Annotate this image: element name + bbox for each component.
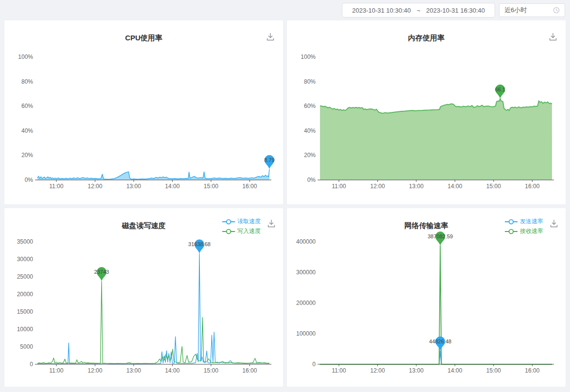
series-line-CPU使用率 xyxy=(37,169,269,179)
x-axis-tick-label: 15:00 xyxy=(486,183,501,190)
y-axis-tick-label: 25000 xyxy=(17,273,34,280)
y-axis-tick-label: 15000 xyxy=(17,308,34,315)
y-axis-tick-label: 5000 xyxy=(20,343,33,350)
y-axis-tick-label: 0% xyxy=(25,177,34,183)
legend-item-read-speed[interactable]: 读取速度 xyxy=(222,217,261,226)
y-axis-tick-label: 300000 xyxy=(296,269,316,276)
max-marker-pin: 44826.48 xyxy=(429,337,451,351)
max-marker-pin: 8.79 xyxy=(264,155,274,169)
x-axis-tick-label: 16:00 xyxy=(242,183,257,190)
date-range-end: 2023-10-31 16:30:40 xyxy=(426,7,485,14)
max-marker-label: 44826.48 xyxy=(429,339,451,344)
max-marker-label: 31638.68 xyxy=(188,241,211,247)
x-axis-tick-label: 12:00 xyxy=(88,367,102,374)
legend-label: 读取速度 xyxy=(237,217,261,226)
series-line-接收速率 xyxy=(320,246,552,364)
download-button[interactable] xyxy=(266,32,275,42)
max-marker-pin: 23743 xyxy=(94,267,109,281)
x-axis-tick-label: 11:00 xyxy=(332,183,346,190)
cpu-usage-card: CPU使用率 0%20%40%60%80%100%11:0012:0013:00… xyxy=(4,20,283,204)
download-icon xyxy=(267,219,276,229)
y-axis-tick-label: 20000 xyxy=(17,291,34,298)
download-button[interactable] xyxy=(549,219,559,229)
x-axis-tick-label: 16:00 xyxy=(242,367,257,374)
legend-item-send-rate[interactable]: 发送速率 xyxy=(505,217,543,226)
y-axis-tick-label: 100% xyxy=(18,53,33,60)
legend-label: 发送速率 xyxy=(520,217,543,226)
date-range-separator: ~ xyxy=(417,7,421,14)
y-axis-tick-label: 60% xyxy=(304,103,316,109)
max-marker-label: 66.1 xyxy=(495,87,505,92)
y-axis-tick-label: 20% xyxy=(304,152,316,159)
y-axis-tick-label: 100000 xyxy=(296,330,316,337)
legend-line-circle-icon xyxy=(505,219,517,225)
max-marker-pin: 387082.59 xyxy=(428,232,453,246)
series-line-发送速率 xyxy=(320,351,552,364)
memory-usage-card: 内存使用率 0%20%40%60%80%100%11:0012:0013:001… xyxy=(287,20,566,204)
x-axis-tick-label: 11:00 xyxy=(49,183,63,190)
y-axis-tick-label: 40% xyxy=(21,127,33,134)
max-marker-pin: 66.1 xyxy=(495,85,505,99)
y-axis-tick-label: 60% xyxy=(21,103,33,109)
x-axis-tick-label: 12:00 xyxy=(88,183,102,190)
download-icon xyxy=(549,219,559,229)
x-axis-tick-label: 15:00 xyxy=(204,183,218,190)
x-axis-tick-label: 13:00 xyxy=(126,367,141,374)
cpu-usage-chart: 0%20%40%60%80%100%11:0012:0013:0014:0015… xyxy=(4,49,283,199)
max-marker-label: 387082.59 xyxy=(428,233,453,239)
download-icon xyxy=(266,32,275,42)
y-axis-tick-label: 10000 xyxy=(17,326,34,333)
max-marker-label: 23743 xyxy=(94,269,109,275)
x-axis-tick-label: 14:00 xyxy=(165,183,179,190)
download-button[interactable] xyxy=(548,32,558,42)
x-axis-tick-label: 14:00 xyxy=(165,367,179,374)
clock-icon xyxy=(553,7,560,14)
x-axis-tick-label: 11:00 xyxy=(332,367,346,374)
cpu-chart-title: CPU使用率 xyxy=(4,20,283,43)
y-axis-tick-label: 80% xyxy=(304,78,316,85)
disk-io-chart: 0500010000150002000025000300003500011:00… xyxy=(4,228,283,386)
download-button[interactable] xyxy=(267,219,276,229)
x-axis-tick-label: 16:00 xyxy=(525,183,539,190)
x-axis-tick-label: 16:00 xyxy=(525,367,539,374)
x-axis-tick-label: 12:00 xyxy=(370,367,385,374)
x-axis-tick-label: 15:00 xyxy=(486,367,501,374)
y-axis-tick-label: 20% xyxy=(21,152,33,159)
series-line-写入速度 xyxy=(37,281,269,363)
x-axis-tick-label: 14:00 xyxy=(447,183,462,190)
date-range-picker[interactable]: 2023-10-31 10:30:40 ~ 2023-10-31 16:30:4… xyxy=(342,3,495,18)
network-rate-chart: 010000020000030000040000011:0012:0013:00… xyxy=(287,228,566,386)
time-preset-select[interactable]: 近6小时 xyxy=(499,3,565,17)
date-range-start: 2023-10-31 10:30:40 xyxy=(352,7,411,14)
x-axis-tick-label: 13:00 xyxy=(409,183,424,190)
y-axis-tick-label: 100% xyxy=(301,53,316,60)
x-axis-tick-label: 11:00 xyxy=(49,367,63,374)
y-axis-tick-label: 30000 xyxy=(17,256,34,263)
x-axis-tick-label: 12:00 xyxy=(370,183,385,190)
x-axis-tick-label: 13:00 xyxy=(126,183,141,190)
dashboard-grid: CPU使用率 0%20%40%60%80%100%11:0012:0013:00… xyxy=(0,20,570,387)
network-rate-card: 网络传输速率 发送速率 接收速率 010 xyxy=(287,208,566,387)
y-axis-tick-label: 35000 xyxy=(17,238,34,245)
x-axis-tick-label: 13:00 xyxy=(409,367,424,374)
max-marker-label: 8.79 xyxy=(264,157,274,163)
y-axis-tick-label: 0 xyxy=(312,361,316,368)
memory-chart-title: 内存使用率 xyxy=(287,20,566,43)
disk-io-card: 磁盘读写速度 读取速度 写入速度 050 xyxy=(4,208,283,387)
y-axis-tick-label: 80% xyxy=(21,78,33,85)
legend-line-circle-icon xyxy=(222,219,235,225)
time-preset-value: 近6小时 xyxy=(504,6,527,15)
y-axis-tick-label: 0% xyxy=(307,177,316,183)
x-axis-tick-label: 14:00 xyxy=(447,367,462,374)
download-icon xyxy=(548,32,558,42)
y-axis-tick-label: 200000 xyxy=(296,300,316,306)
toolbar: 2023-10-31 10:30:40 ~ 2023-10-31 16:30:4… xyxy=(0,0,570,20)
y-axis-tick-label: 40% xyxy=(304,127,316,134)
x-axis-tick-label: 15:00 xyxy=(204,367,218,374)
series-line-读取速度 xyxy=(37,253,269,364)
y-axis-tick-label: 0 xyxy=(30,361,33,368)
y-axis-tick-label: 400000 xyxy=(296,238,316,245)
max-marker-pin: 31638.68 xyxy=(188,239,211,253)
memory-usage-chart: 0%20%40%60%80%100%11:0012:0013:0014:0015… xyxy=(287,49,566,199)
series-area-内存使用率 xyxy=(320,99,552,180)
